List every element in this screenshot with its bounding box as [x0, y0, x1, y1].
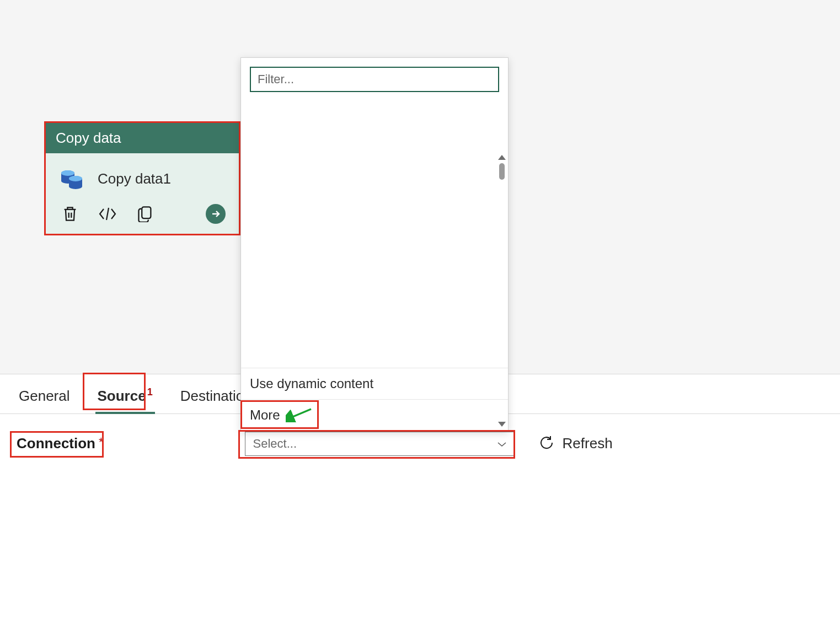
- activity-body: Copy data1: [46, 153, 239, 202]
- activity-name-text: Copy data1: [98, 170, 171, 187]
- copy-icon[interactable]: [135, 204, 155, 224]
- refresh-icon: [538, 434, 555, 453]
- tab-general[interactable]: General: [17, 388, 72, 413]
- dropdown-more[interactable]: More: [241, 399, 508, 431]
- activity-type-label: Copy data: [46, 123, 239, 153]
- tab-source-badge: 1: [147, 386, 153, 397]
- required-asterisk: *: [99, 435, 104, 449]
- filter-wrap: [241, 58, 508, 98]
- connection-select[interactable]: Select...: [245, 432, 515, 456]
- scroll-thumb[interactable]: [499, 163, 505, 180]
- tab-source[interactable]: Source1: [95, 386, 155, 413]
- tab-general-label: General: [19, 388, 70, 404]
- svg-rect-4: [142, 207, 151, 218]
- code-icon[interactable]: [98, 204, 117, 224]
- tab-source-label: Source: [98, 388, 146, 404]
- scroll-arrow-up-icon[interactable]: [498, 155, 506, 180]
- connection-dropdown: Use dynamic content More: [240, 57, 509, 431]
- connection-label: Connection: [17, 435, 95, 452]
- filter-input[interactable]: [250, 67, 499, 92]
- svg-point-1: [61, 170, 74, 176]
- dropdown-list[interactable]: [241, 98, 507, 368]
- refresh-label: Refresh: [563, 435, 613, 452]
- svg-point-3: [69, 176, 82, 181]
- tab-underline: [95, 412, 155, 414]
- run-arrow-icon[interactable]: [206, 204, 226, 224]
- database-icon: [59, 165, 85, 192]
- refresh-button[interactable]: Refresh: [538, 434, 613, 453]
- activity-copy-data[interactable]: Copy data Copy data1: [44, 121, 240, 235]
- chevron-down-icon: [497, 437, 507, 451]
- connection-label-box: Connection*: [17, 435, 113, 452]
- activity-toolbar: [46, 202, 239, 234]
- scroll-arrow-down-icon[interactable]: [498, 422, 506, 427]
- dropdown-use-dynamic[interactable]: Use dynamic content: [241, 368, 508, 399]
- delete-icon[interactable]: [60, 204, 80, 224]
- connection-select-placeholder: Select...: [253, 437, 297, 451]
